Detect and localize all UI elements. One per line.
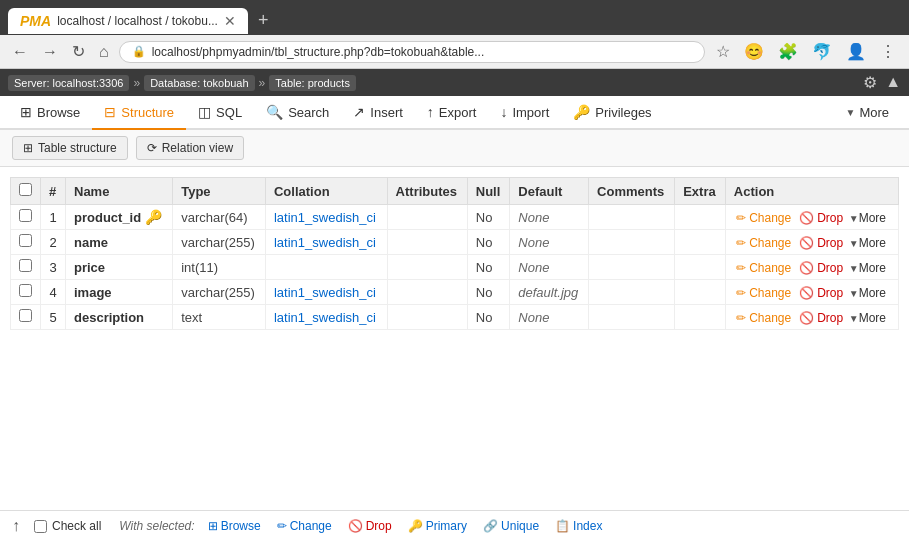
- more-chevron-icon: ▼: [845, 107, 855, 118]
- forward-button[interactable]: →: [38, 41, 62, 63]
- more-chevron-4: ▼: [849, 313, 859, 324]
- drop-link-2[interactable]: 🚫 Drop: [799, 261, 843, 275]
- index-button[interactable]: 📋 Index: [555, 519, 602, 533]
- header-name: Name: [66, 178, 173, 205]
- menu-button[interactable]: ⋮: [875, 40, 901, 63]
- profile-button[interactable]: 👤: [841, 40, 871, 63]
- row-num-1: 2: [41, 230, 66, 255]
- menu-more-label: More: [859, 105, 889, 120]
- tab-close-button[interactable]: ✕: [224, 13, 236, 29]
- unique-button[interactable]: 🔗 Unique: [483, 519, 539, 533]
- user-button[interactable]: 😊: [739, 40, 769, 63]
- drop-link-3[interactable]: 🚫 Drop: [799, 286, 843, 300]
- drop-link-4[interactable]: 🚫 Drop: [799, 311, 843, 325]
- menu-more-button[interactable]: ▼ More: [833, 97, 901, 128]
- db-label[interactable]: Database: tokobuah: [144, 75, 254, 91]
- menu-insert[interactable]: ↗ Insert: [341, 96, 415, 130]
- change-link-3[interactable]: ✏ Change: [736, 286, 791, 300]
- up-arrow-icon: ↑: [12, 517, 20, 533]
- row-num-4: 5: [41, 305, 66, 330]
- row-check-4[interactable]: [19, 309, 32, 322]
- table-row: 2 name varchar(255) latin1_swedish_ci No…: [11, 230, 899, 255]
- more-link-3[interactable]: More: [859, 286, 886, 300]
- row-attributes-1: [387, 230, 467, 255]
- table-header-row: # Name Type Collation Attributes Null De…: [11, 178, 899, 205]
- table-label[interactable]: Table: products: [269, 75, 356, 91]
- more-link-2[interactable]: More: [859, 261, 886, 275]
- drop-link-1[interactable]: 🚫 Drop: [799, 236, 843, 250]
- row-actions-4: ✏ Change 🚫 Drop ▼More: [725, 305, 898, 330]
- more-link-4[interactable]: More: [859, 311, 886, 325]
- drop-selected-button[interactable]: 🚫 Drop: [348, 519, 392, 533]
- menu-import[interactable]: ↓ Import: [488, 96, 561, 130]
- header-num: #: [41, 178, 66, 205]
- header-type: Type: [173, 178, 266, 205]
- row-collation-0: latin1_swedish_ci: [265, 205, 387, 230]
- row-check-1[interactable]: [19, 234, 32, 247]
- sep1: »: [133, 76, 140, 90]
- nav-bar: ← → ↻ ⌂ 🔒 localhost/phpmyadmin/tbl_struc…: [0, 35, 909, 69]
- primary-button[interactable]: 🔑 Primary: [408, 519, 467, 533]
- row-check-0[interactable]: [19, 209, 32, 222]
- nav-actions: ☆ 😊 🧩 🐬 👤 ⋮: [711, 40, 901, 63]
- pma-favicon: PMA: [20, 13, 51, 29]
- drop-link-0[interactable]: 🚫 Drop: [799, 211, 843, 225]
- row-type-0: varchar(64): [173, 205, 266, 230]
- menu-export[interactable]: ↑ Export: [415, 96, 489, 130]
- row-comments-4: [589, 305, 675, 330]
- menu-privileges[interactable]: 🔑 Privileges: [561, 96, 663, 130]
- row-num-0: 1: [41, 205, 66, 230]
- export-icon: ↑: [427, 104, 434, 120]
- row-extra-2: [675, 255, 726, 280]
- new-tab-button[interactable]: +: [254, 6, 273, 35]
- sql-icon: ◫: [198, 104, 211, 120]
- tab-title: localhost / localhost / tokobu...: [57, 14, 218, 28]
- lock-icon: 🔒: [132, 45, 146, 58]
- table-structure-button[interactable]: ⊞ Table structure: [12, 136, 128, 160]
- select-all-checkbox[interactable]: [19, 183, 32, 196]
- address-bar[interactable]: 🔒 localhost/phpmyadmin/tbl_structure.php…: [119, 41, 705, 63]
- pma-settings: ⚙ ▲: [863, 73, 901, 92]
- more-link-1[interactable]: More: [859, 236, 886, 250]
- row-type-3: varchar(255): [173, 280, 266, 305]
- more-chevron-2: ▼: [849, 263, 859, 274]
- row-default-3: default.jpg: [510, 280, 589, 305]
- row-check-3[interactable]: [19, 284, 32, 297]
- check-all-checkbox[interactable]: [34, 520, 47, 533]
- settings-icon[interactable]: ⚙: [863, 73, 877, 92]
- more-link-0[interactable]: More: [859, 211, 886, 225]
- row-checkbox-3: [11, 280, 41, 305]
- menu-structure[interactable]: ⊟ Structure: [92, 96, 186, 130]
- row-checkbox-0: [11, 205, 41, 230]
- change-link-0[interactable]: ✏ Change: [736, 211, 791, 225]
- home-button[interactable]: ⌂: [95, 41, 113, 63]
- bookmark-button[interactable]: ☆: [711, 40, 735, 63]
- row-type-2: int(11): [173, 255, 266, 280]
- menu-browse[interactable]: ⊞ Browse: [8, 96, 92, 130]
- row-check-2[interactable]: [19, 259, 32, 272]
- change-link-4[interactable]: ✏ Change: [736, 311, 791, 325]
- change-link-2[interactable]: ✏ Change: [736, 261, 791, 275]
- browser-tab[interactable]: PMA localhost / localhost / tokobu... ✕: [8, 8, 248, 34]
- server-label[interactable]: Server: localhost:3306: [8, 75, 129, 91]
- back-button[interactable]: ←: [8, 41, 32, 63]
- search-icon: 🔍: [266, 104, 283, 120]
- pma-button[interactable]: 🐬: [807, 40, 837, 63]
- change-selected-button[interactable]: ✏ Change: [277, 519, 332, 533]
- menu-search[interactable]: 🔍 Search: [254, 96, 341, 130]
- key-icon: 🔑: [145, 209, 162, 225]
- structure-icon: ⊟: [104, 104, 116, 120]
- relation-view-button[interactable]: ⟳ Relation view: [136, 136, 244, 160]
- refresh-button[interactable]: ↻: [68, 40, 89, 63]
- menu-sql-label: SQL: [216, 105, 242, 120]
- change-link-1[interactable]: ✏ Change: [736, 236, 791, 250]
- menu-sql[interactable]: ◫ SQL: [186, 96, 254, 130]
- browse-selected-button[interactable]: ⊞ Browse: [208, 519, 261, 533]
- menu-structure-label: Structure: [121, 105, 174, 120]
- extension-button[interactable]: 🧩: [773, 40, 803, 63]
- toggle-icon[interactable]: ▲: [885, 73, 901, 92]
- row-checkbox-2: [11, 255, 41, 280]
- check-all-label: Check all: [34, 519, 101, 533]
- more-chevron-0: ▼: [849, 213, 859, 224]
- table-row: 4 image varchar(255) latin1_swedish_ci N…: [11, 280, 899, 305]
